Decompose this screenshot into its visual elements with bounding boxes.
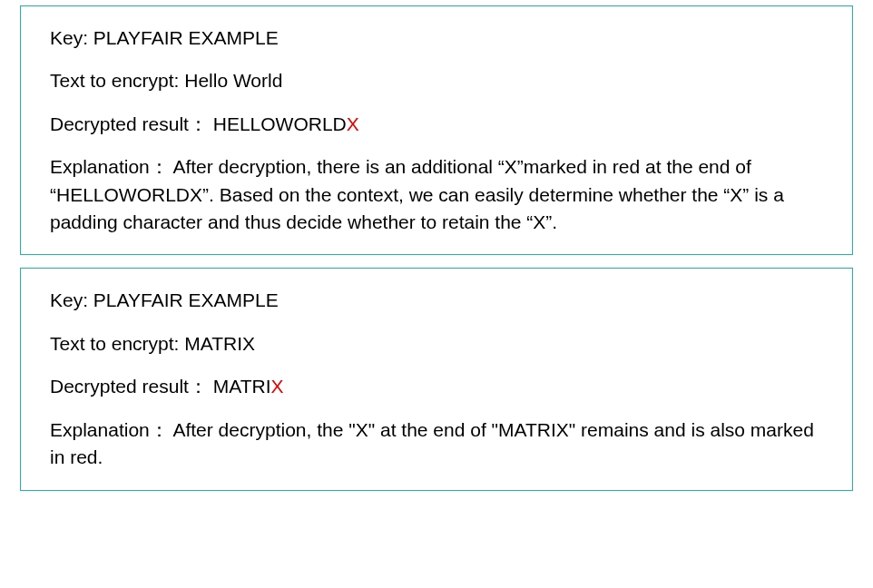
decrypted-result-label: Decrypted result — [50, 376, 208, 397]
key-value: PLAYFAIR EXAMPLE — [93, 27, 279, 48]
decrypted-value-prefix: MATRI — [213, 376, 271, 397]
key-label: Key: — [50, 289, 93, 310]
decrypted-value-prefix: HELLOWORLD — [213, 113, 347, 134]
key-line: Key: PLAYFAIR EXAMPLE — [50, 287, 823, 313]
key-line: Key: PLAYFAIR EXAMPLE — [50, 24, 823, 51]
decrypted-result-line: Decrypted result HELLOWORLDX — [50, 111, 823, 137]
text-to-encrypt-line: Text to encrypt: Hello World — [50, 67, 823, 93]
text-to-encrypt-label: Text to encrypt: — [50, 70, 184, 91]
explanation-label: Explanation — [50, 419, 169, 440]
explanation-line: Explanation After decryption, there is a… — [50, 153, 823, 236]
example-box-2: Key: PLAYFAIR EXAMPLE Text to encrypt: M… — [20, 268, 853, 490]
key-label: Key: — [50, 27, 93, 48]
explanation-line: Explanation After decryption, the "X" at… — [50, 416, 823, 472]
text-to-encrypt-line: Text to encrypt: MATRIX — [50, 330, 823, 357]
key-value: PLAYFAIR EXAMPLE — [93, 289, 279, 310]
explanation-label: Explanation — [50, 156, 169, 177]
text-to-encrypt-label: Text to encrypt: — [50, 333, 184, 354]
decrypted-result-line: Decrypted result MATRIX — [50, 373, 823, 399]
text-to-encrypt-value: Hello World — [184, 70, 282, 91]
decrypted-value-red-x: X — [347, 113, 359, 134]
example-box-1: Key: PLAYFAIR EXAMPLE Text to encrypt: H… — [20, 5, 853, 255]
text-to-encrypt-value: MATRIX — [184, 333, 255, 354]
decrypted-result-label: Decrypted result — [50, 113, 208, 134]
decrypted-value-red-x: X — [271, 376, 284, 397]
